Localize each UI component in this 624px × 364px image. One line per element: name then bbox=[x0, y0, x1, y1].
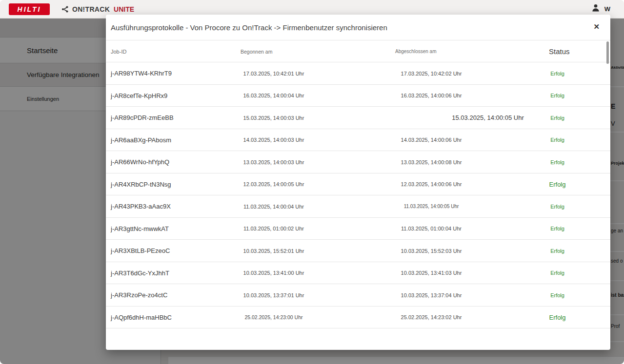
table-row: j-AR8cefTe-KpHRx9 16.03.2025, 14:00:04 U… bbox=[106, 85, 610, 107]
status-badge: Erfolg bbox=[529, 284, 585, 307]
started-cell: 14.03.2025, 14:00:03 Uhr bbox=[220, 129, 327, 152]
job-id-cell: j-AR6aaBXg-PAbosm bbox=[111, 129, 171, 152]
started-cell: 15.03.2025, 14:00:03 Uhr bbox=[220, 107, 327, 129]
completed-cell: 10.03.2025, 15:52:03 Uhr bbox=[378, 240, 485, 262]
status-badge: Erfolg bbox=[529, 262, 585, 285]
completed-cell: 11.03.2025, 01:00:04 Uhr bbox=[378, 218, 485, 240]
job-id-cell: j-AR4XRbCP-tN3Nsg bbox=[111, 173, 171, 196]
app-window: Startseite Verfügbare Integrationen Eins… bbox=[0, 0, 624, 364]
started-cell: 12.03.2025, 14:00:05 Uhr bbox=[220, 173, 327, 196]
user-name: W bbox=[604, 5, 610, 13]
status-badge: Erfolg bbox=[529, 173, 585, 196]
table-row: j-AR3T6dGc-YxJhhT 10.03.2025, 13:41:00 U… bbox=[106, 262, 610, 285]
status-badge: Erfolg bbox=[529, 240, 585, 262]
status-badge: Erfolg bbox=[529, 195, 585, 218]
hilti-logo[interactable]: HILTI bbox=[9, 3, 50, 15]
job-id-cell: j-AR3XBtLB-PEzeoC bbox=[111, 240, 170, 262]
status-badge: Erfolg bbox=[529, 62, 585, 85]
status-badge: Erfolg bbox=[529, 307, 585, 329]
table-row: j-AQpf6dhH-maHBbC 25.02.2025, 14:23:00 U… bbox=[106, 307, 610, 329]
column-header-status: Status bbox=[549, 40, 570, 62]
job-id-cell: j-AR3RzoPe-zo4ctC bbox=[111, 284, 167, 307]
started-cell: 16.03.2025, 14:00:04 Uhr bbox=[220, 85, 327, 107]
status-badge: Erfolg bbox=[529, 85, 585, 107]
network-share-icon bbox=[61, 5, 69, 13]
completed-cell: 14.03.2025, 14:00:06 Uhr bbox=[378, 129, 485, 152]
modal-title: Ausführungsprotokolle - Von Procore zu O… bbox=[111, 15, 387, 40]
user-menu[interactable]: W bbox=[591, 3, 610, 15]
table-row: j-AR43PKB3-aAac9X 11.03.2025, 14:00:04 U… bbox=[106, 195, 610, 218]
modal-title-bar: Ausführungsprotokolle - Von Procore zu O… bbox=[106, 15, 610, 40]
completed-cell: 10.03.2025, 13:41:03 Uhr bbox=[378, 262, 485, 285]
job-id-cell: j-AR8cefTe-KpHRx9 bbox=[111, 85, 167, 107]
column-header-abgeschlossen-am: Abgeschlossen am bbox=[395, 40, 437, 62]
job-id-cell: j-AR66WrNo-hfYphQ bbox=[111, 151, 169, 173]
table-row: j-AR3gttNc-mwwkAT 11.03.2025, 01:00:02 U… bbox=[106, 218, 610, 240]
job-id-cell: j-AR98YTW4-KRhrT9 bbox=[111, 62, 172, 85]
status-badge: Erfolg bbox=[529, 218, 585, 240]
started-cell: 10.03.2025, 13:41:00 Uhr bbox=[220, 262, 327, 285]
started-cell: 10.03.2025, 13:37:01 Uhr bbox=[220, 284, 327, 307]
table-row: j-AR4XRbCP-tN3Nsg 12.03.2025, 14:00:05 U… bbox=[106, 173, 610, 196]
modal-scrollbar-thumb[interactable] bbox=[606, 41, 609, 64]
brand-name: ON!TRACK bbox=[72, 5, 110, 13]
started-cell: 17.03.2025, 10:42:01 Uhr bbox=[220, 62, 327, 85]
person-icon bbox=[591, 3, 601, 15]
execution-logs-modal: Ausführungsprotokolle - Von Procore zu O… bbox=[106, 15, 610, 350]
started-cell: 13.03.2025, 14:00:03 Uhr bbox=[220, 151, 327, 173]
completed-cell: 25.02.2025, 14:23:02 Uhr bbox=[378, 307, 485, 329]
table-row: j-AR66WrNo-hfYphQ 13.03.2025, 14:00:03 U… bbox=[106, 151, 610, 173]
started-cell: 10.03.2025, 15:52:01 Uhr bbox=[220, 240, 327, 262]
job-id-cell: j-AR43PKB3-aAac9X bbox=[111, 195, 171, 218]
completed-cell: 11.03.2025, 14:00:05 Uhr bbox=[378, 195, 485, 218]
started-cell: 25.02.2025, 14:23:00 Uhr bbox=[220, 307, 327, 329]
completed-cell: 16.03.2025, 14:00:06 Uhr bbox=[378, 85, 485, 107]
table-body: j-AR98YTW4-KRhrT9 17.03.2025, 10:42:01 U… bbox=[106, 62, 610, 328]
status-badge: Erfolg bbox=[529, 107, 585, 129]
completed-cell: 10.03.2025, 13:37:04 Uhr bbox=[378, 284, 485, 307]
table-row: j-AR3XBtLB-PEzeoC 10.03.2025, 15:52:01 U… bbox=[106, 240, 610, 262]
brand-suffix: UNITE bbox=[114, 5, 134, 13]
table-header-row: Job-ID Begonnen am Abgeschlossen am Stat… bbox=[106, 40, 610, 62]
table-row: j-AR98YTW4-KRhrT9 17.03.2025, 10:42:01 U… bbox=[106, 62, 610, 85]
status-badge: Erfolg bbox=[529, 129, 585, 152]
close-icon[interactable]: ✕ bbox=[593, 23, 600, 30]
table-row: j-AR3RzoPe-zo4ctC 10.03.2025, 13:37:01 U… bbox=[106, 284, 610, 307]
completed-cell: 15.03.2025, 14:00:05 Uhr bbox=[434, 107, 542, 129]
table-row: j-AR89cPDR-zmEeBB 15.03.2025, 14:00:03 U… bbox=[106, 107, 610, 129]
started-cell: 11.03.2025, 14:00:04 Uhr bbox=[220, 195, 327, 218]
table-row: j-AR6aaBXg-PAbosm 14.03.2025, 14:00:03 U… bbox=[106, 129, 610, 152]
completed-cell: 13.03.2025, 14:00:08 Uhr bbox=[378, 151, 485, 173]
job-id-cell: j-AQpf6dhH-maHBbC bbox=[111, 307, 172, 329]
job-id-cell: j-AR3gttNc-mwwkAT bbox=[111, 218, 169, 240]
completed-cell: 17.03.2025, 10:42:02 Uhr bbox=[378, 62, 485, 85]
completed-cell: 12.03.2025, 14:00:06 Uhr bbox=[378, 173, 485, 196]
job-id-cell: j-AR89cPDR-zmEeBB bbox=[111, 107, 174, 129]
started-cell: 11.03.2025, 01:00:02 Uhr bbox=[220, 218, 327, 240]
ontrack-brand[interactable]: ON!TRACK UNITE bbox=[61, 5, 134, 13]
column-header-begonnen-am: Begonnen am bbox=[241, 40, 272, 62]
job-id-cell: j-AR3T6dGc-YxJhhT bbox=[111, 262, 169, 285]
column-header-job-id: Job-ID bbox=[111, 40, 126, 62]
status-badge: Erfolg bbox=[529, 151, 585, 173]
